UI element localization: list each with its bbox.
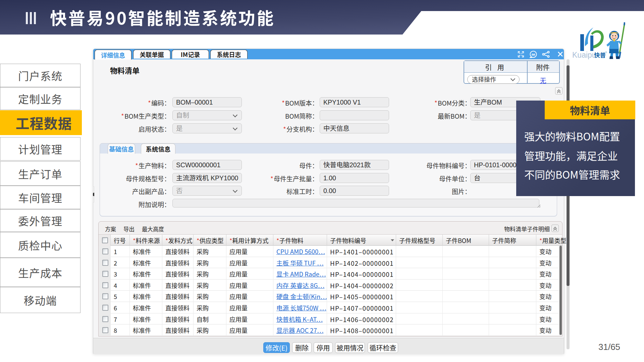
svg-text:®: ®: [605, 51, 607, 54]
svg-text:快普: 快普: [594, 51, 606, 59]
svg-text:IM: IM: [532, 53, 535, 56]
svg-text:Kuaipu: Kuaipu: [572, 51, 596, 59]
